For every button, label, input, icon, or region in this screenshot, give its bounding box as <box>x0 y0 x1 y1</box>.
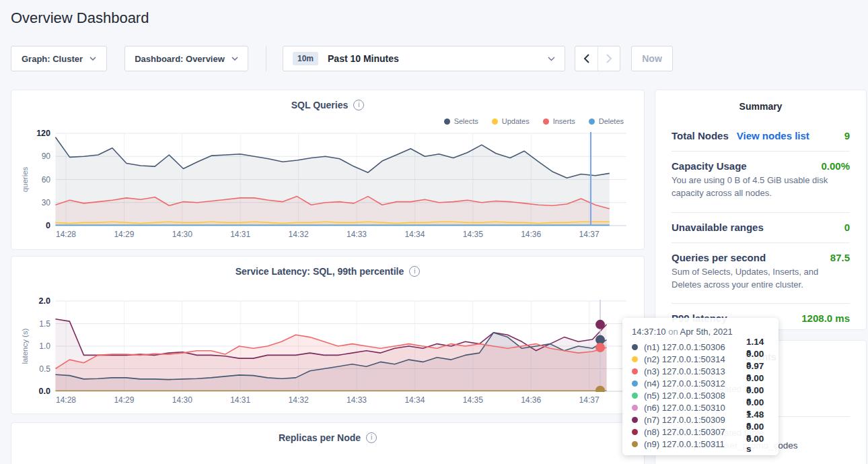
svg-text:14:35: 14:35 <box>463 395 483 405</box>
node-color-dot-icon <box>632 429 638 435</box>
node-color-dot-icon <box>632 344 638 350</box>
chart-title-replicas-per-node: Replicas per Node <box>279 432 361 443</box>
hover-dot <box>595 343 605 352</box>
chevron-down-icon <box>231 57 238 61</box>
tooltip-node-label: (n6) 127.0.0.1:50310 <box>644 403 746 413</box>
dashboard-dropdown-label: Dashboard: Overview <box>135 54 225 64</box>
page-title: Overview Dashboard <box>11 9 149 27</box>
svg-text:14:33: 14:33 <box>347 230 367 239</box>
divider <box>672 303 850 304</box>
svg-text:14:30: 14:30 <box>172 395 192 405</box>
tooltip-node-label: (n5) 127.0.0.1:50308 <box>644 391 746 401</box>
svg-text:14:35: 14:35 <box>463 230 483 239</box>
divider <box>672 242 850 243</box>
summary-value: 1208.0 ms <box>801 312 850 324</box>
node-color-dot-icon <box>632 441 638 447</box>
prev-range-button[interactable] <box>575 46 598 71</box>
summary-value: 0 <box>844 222 850 233</box>
summary-description: Sum of Selects, Updates, Inserts, and De… <box>672 266 850 297</box>
summary-title: Summary <box>655 90 866 112</box>
service-latency-card: Service Latency: SQL, 99th percentile i … <box>11 256 645 414</box>
tooltip-timestamp: 14:37:10 on Apr 5th, 2021 <box>632 327 769 337</box>
hover-dot <box>595 320 605 329</box>
svg-text:60: 60 <box>42 175 51 185</box>
node-color-dot-icon <box>632 356 638 362</box>
summary-label: Capacity Usage <box>672 160 747 172</box>
tooltip-row: (n9) 127.0.0.1:503110.00 s <box>632 438 769 450</box>
svg-text:14:37: 14:37 <box>579 230 600 239</box>
summary-row-queries-per-second: Queries per second 87.5 <box>672 246 850 266</box>
svg-text:1.0: 1.0 <box>39 341 50 351</box>
tooltip-node-label: (n7) 127.0.0.1:50309 <box>644 415 746 425</box>
divider <box>672 212 850 213</box>
summary-label: Queries per second <box>672 252 766 263</box>
hover-dot <box>595 386 605 395</box>
svg-text:14:31: 14:31 <box>230 395 250 405</box>
graph-dropdown[interactable]: Graph: Cluster <box>11 46 107 71</box>
summary-label: Total Nodes <box>672 130 729 141</box>
node-color-dot-icon <box>632 380 638 387</box>
svg-text:14:30: 14:30 <box>172 230 192 239</box>
svg-text:14:36: 14:36 <box>521 230 541 239</box>
dashboard-dropdown[interactable]: Dashboard: Overview <box>124 46 248 71</box>
sql-queries-card: SQL Queries i SelectsUpdatesInsertsDelet… <box>11 90 645 250</box>
svg-text:14:28: 14:28 <box>56 230 76 239</box>
svg-text:14:29: 14:29 <box>114 230 134 239</box>
summary-value: 0.00% <box>821 160 850 172</box>
controls-divider <box>266 46 266 71</box>
replicas-per-node-card: Replicas per Node i <box>11 422 645 464</box>
tooltip-node-label: (n8) 127.0.0.1:50307 <box>644 427 746 437</box>
svg-text:0.0: 0.0 <box>39 387 50 396</box>
svg-text:14:34: 14:34 <box>404 230 425 239</box>
svg-text:14:28: 14:28 <box>56 395 76 405</box>
summary-label: Unavailable ranges <box>672 222 764 233</box>
tooltip-node-value: 0.00 s <box>746 434 769 454</box>
chevron-down-icon <box>89 57 96 61</box>
summary-panel: Summary Total Nodes View nodes list 9 Ca… <box>655 90 867 330</box>
svg-text:0.5: 0.5 <box>39 364 50 374</box>
chart-hover-tooltip: 14:37:10 on Apr 5th, 2021 (n1) 127.0.0.1… <box>622 318 779 455</box>
svg-text:14:33: 14:33 <box>347 395 367 405</box>
now-button-label: Now <box>642 53 662 64</box>
summary-description: You are using 0 B of 4.5 GiB usable disk… <box>672 174 850 205</box>
info-icon[interactable]: i <box>366 432 377 443</box>
view-nodes-list-link[interactable]: View nodes list <box>737 130 809 141</box>
svg-text:120: 120 <box>36 129 50 138</box>
svg-text:2.0: 2.0 <box>39 296 50 306</box>
tooltip-node-label: (n9) 127.0.0.1:50311 <box>644 439 746 449</box>
svg-text:14:32: 14:32 <box>289 230 309 239</box>
svg-text:30: 30 <box>42 198 51 207</box>
tooltip-node-label: (n1) 127.0.0.1:50306 <box>644 342 746 352</box>
time-range-label: Past 10 Minutes <box>328 53 541 64</box>
svg-text:latency (s): latency (s) <box>21 328 29 364</box>
summary-row-unavailable-ranges: Unavailable ranges 0 <box>672 216 850 236</box>
svg-text:14:36: 14:36 <box>521 395 541 405</box>
summary-value: 87.5 <box>830 252 850 263</box>
tooltip-node-label: (n2) 127.0.0.1:50314 <box>644 354 746 364</box>
svg-text:90: 90 <box>42 152 51 161</box>
graph-dropdown-label: Graph: Cluster <box>22 54 83 64</box>
svg-text:queries: queries <box>21 166 29 192</box>
tooltip-node-label: (n4) 127.0.0.1:50312 <box>644 378 746 389</box>
node-color-dot-icon <box>632 417 638 423</box>
chevron-down-icon <box>548 57 555 61</box>
node-color-dot-icon <box>632 368 638 374</box>
time-range-selector[interactable]: 10m Past 10 Minutes <box>283 46 565 71</box>
svg-text:14:29: 14:29 <box>114 395 134 405</box>
summary-row-capacity-usage: Capacity Usage 0.00% <box>672 154 850 174</box>
sql-queries-chart[interactable]: 14:2814:2914:3014:3114:3214:3314:3414:35… <box>11 90 644 249</box>
time-nav-group <box>575 46 620 71</box>
tooltip-node-label: (n3) 127.0.0.1:50313 <box>644 366 746 376</box>
service-latency-chart[interactable]: 14:2814:2914:3014:3114:3214:3314:3414:35… <box>11 257 644 413</box>
node-color-dot-icon <box>632 405 638 411</box>
summary-value: 9 <box>844 130 850 141</box>
node-color-dot-icon <box>632 393 638 399</box>
svg-text:14:31: 14:31 <box>230 230 250 239</box>
svg-text:1.5: 1.5 <box>39 319 50 329</box>
summary-row-total-nodes: Total Nodes View nodes list 9 <box>672 124 850 144</box>
divider <box>672 151 850 152</box>
now-button[interactable]: Now <box>631 46 673 71</box>
svg-text:14:34: 14:34 <box>404 395 425 405</box>
next-range-button[interactable] <box>598 46 620 71</box>
svg-text:14:37: 14:37 <box>579 395 600 405</box>
